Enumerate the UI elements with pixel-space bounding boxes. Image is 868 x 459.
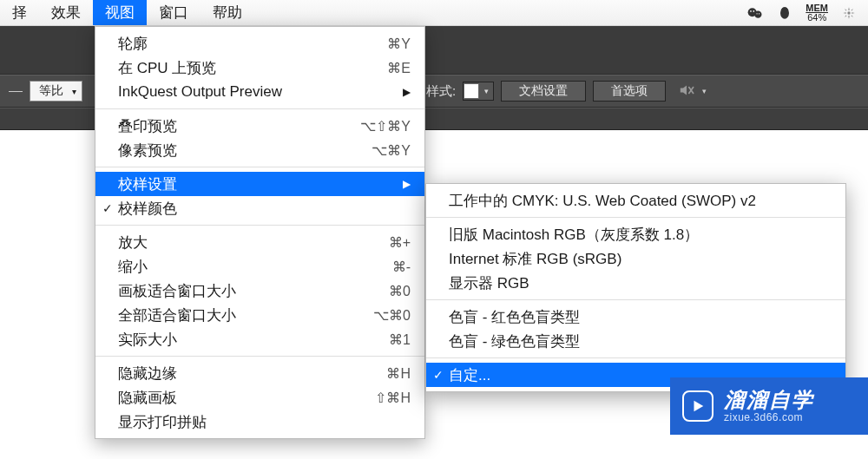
menu-shortcut: ⌘E bbox=[387, 60, 411, 76]
menu-separator bbox=[95, 167, 424, 167]
menu-item[interactable]: 叠印预览⌥⇧⌘Y bbox=[95, 114, 424, 138]
menu-separator bbox=[95, 356, 424, 357]
menu-item[interactable]: 隐藏边缘⌘H bbox=[95, 361, 424, 385]
mem-label: MEM bbox=[806, 3, 828, 13]
menubar-item-view[interactable]: 视图 bbox=[93, 0, 147, 25]
view-menu-dropdown: 轮廓⌘Y在 CPU 上预览⌘EInkQuest Output Preview▶叠… bbox=[95, 26, 425, 439]
menu-item-label: InkQuest Output Preview bbox=[118, 83, 396, 101]
preferences-button[interactable]: 首选项 bbox=[593, 81, 666, 102]
menu-separator bbox=[426, 217, 845, 218]
svg-point-5 bbox=[759, 13, 760, 14]
submenu-item[interactable]: 色盲 - 绿色色盲类型 bbox=[426, 329, 845, 353]
menu-item[interactable]: 实际大小⌘1 bbox=[95, 327, 424, 351]
menu-item-label: 放大 bbox=[118, 233, 389, 252]
menubar-item-effects[interactable]: 效果 bbox=[39, 0, 93, 25]
wechat-icon[interactable] bbox=[746, 4, 764, 22]
menu-shortcut: ⌥⇧⌘Y bbox=[360, 118, 411, 134]
svg-point-4 bbox=[757, 13, 758, 14]
menu-item-label: 校样颜色 bbox=[118, 199, 411, 219]
style-label: 样式: bbox=[426, 83, 456, 100]
submenu-item[interactable]: 显示器 RGB bbox=[426, 271, 845, 295]
menu-item[interactable]: 全部适合窗口大小⌥⌘0 bbox=[95, 303, 424, 327]
menu-item-label: 画板适合窗口大小 bbox=[118, 281, 389, 301]
menu-item[interactable]: 隐藏画板⇧⌘H bbox=[95, 385, 424, 410]
settings-icon[interactable] bbox=[840, 4, 858, 22]
menu-item[interactable]: 像素预览⌥⌘Y bbox=[95, 138, 424, 162]
menu-shortcut: ⌘- bbox=[392, 259, 411, 275]
svg-point-1 bbox=[754, 10, 761, 17]
menu-shortcut: ⌘1 bbox=[389, 331, 411, 348]
svg-point-8 bbox=[847, 11, 850, 14]
macos-menubar: 择 效果 视图 窗口 帮助 MEM 64% bbox=[0, 0, 868, 26]
menu-item-label: 校样设置 bbox=[118, 174, 396, 194]
menu-item-label: 实际大小 bbox=[118, 330, 389, 350]
submenu-item-label: Internet 标准 RGB (sRGB) bbox=[449, 249, 621, 269]
menu-item[interactable]: 缩小⌘- bbox=[95, 254, 424, 279]
menu-item-label: 显示打印拼贴 bbox=[118, 412, 411, 432]
check-icon: ✓ bbox=[102, 201, 113, 215]
menu-item[interactable]: 轮廓⌘Y bbox=[95, 31, 424, 56]
menu-item-label: 隐藏画板 bbox=[118, 388, 375, 408]
mem-percent: 64% bbox=[806, 13, 828, 23]
menu-item[interactable]: 放大⌘+ bbox=[95, 230, 424, 254]
menu-item[interactable]: InkQuest Output Preview▶ bbox=[95, 80, 424, 104]
menu-separator bbox=[426, 357, 845, 358]
menu-shortcut: ⇧⌘H bbox=[375, 390, 411, 406]
qq-icon[interactable] bbox=[776, 4, 793, 22]
menu-item-label: 缩小 bbox=[118, 257, 392, 277]
menu-shortcut: ⌥⌘0 bbox=[373, 307, 411, 324]
line-preview bbox=[9, 91, 23, 92]
submenu-item[interactable]: Internet 标准 RGB (sRGB) bbox=[426, 246, 845, 271]
menubar-item-select[interactable]: 择 bbox=[0, 0, 39, 25]
badge-url: zixue.3d66.com bbox=[724, 412, 814, 424]
menu-item-label: 像素预览 bbox=[118, 141, 372, 161]
submenu-item-label: 色盲 - 绿色色盲类型 bbox=[449, 331, 580, 351]
mute-icon[interactable] bbox=[678, 83, 695, 100]
submenu-item-label: 色盲 - 红色色盲类型 bbox=[449, 307, 580, 327]
menu-item-label: 叠印预览 bbox=[118, 116, 360, 136]
badge-title: 溜溜自学 bbox=[724, 388, 814, 412]
menu-shortcut: ⌘H bbox=[386, 365, 411, 382]
memory-indicator[interactable]: MEM 64% bbox=[806, 3, 828, 23]
menu-separator bbox=[95, 108, 424, 109]
menu-item[interactable]: ✓校样颜色 bbox=[95, 196, 424, 220]
proportion-dropdown[interactable]: 等比 ▾ bbox=[30, 81, 82, 102]
menu-shortcut: ⌘Y bbox=[387, 36, 411, 52]
watermark-badge: 溜溜自学 zixue.3d66.com bbox=[670, 377, 868, 435]
style-swatch-dropdown[interactable]: ▾ bbox=[463, 82, 494, 101]
submenu-item[interactable]: 旧版 Macintosh RGB（灰度系数 1.8） bbox=[426, 222, 845, 246]
play-icon bbox=[682, 390, 713, 422]
submenu-item-label: 自定... bbox=[449, 365, 490, 385]
svg-point-3 bbox=[753, 10, 755, 12]
document-settings-button[interactable]: 文档设置 bbox=[501, 81, 586, 102]
submenu-arrow-icon: ▶ bbox=[403, 86, 411, 98]
menu-shortcut: ⌥⌘Y bbox=[372, 142, 411, 159]
status-icons: MEM 64% bbox=[746, 3, 868, 23]
menubar-item-window[interactable]: 窗口 bbox=[147, 0, 201, 25]
menu-item[interactable]: 在 CPU 上预览⌘E bbox=[95, 56, 424, 80]
menu-item[interactable]: 显示打印拼贴 bbox=[95, 410, 424, 434]
menu-separator bbox=[95, 225, 424, 226]
proof-setup-submenu: 工作中的 CMYK: U.S. Web Coated (SWOP) v2旧版 M… bbox=[425, 183, 846, 392]
submenu-item[interactable]: 工作中的 CMYK: U.S. Web Coated (SWOP) v2 bbox=[426, 188, 845, 213]
menu-item-label: 轮廓 bbox=[118, 34, 387, 54]
submenu-item[interactable]: 色盲 - 红色色盲类型 bbox=[426, 305, 845, 329]
menu-shortcut: ⌘0 bbox=[389, 283, 411, 299]
svg-marker-11 bbox=[694, 401, 704, 412]
menu-item[interactable]: 画板适合窗口大小⌘0 bbox=[95, 279, 424, 303]
menubar-item-help[interactable]: 帮助 bbox=[201, 0, 254, 25]
menu-item[interactable]: 校样设置▶ bbox=[95, 172, 424, 196]
chevron-down-icon: ▾ bbox=[72, 87, 76, 96]
submenu-item-label: 旧版 Macintosh RGB（灰度系数 1.8） bbox=[449, 225, 699, 245]
check-icon: ✓ bbox=[433, 368, 444, 382]
submenu-item-label: 工作中的 CMYK: U.S. Web Coated (SWOP) v2 bbox=[449, 191, 756, 211]
menu-item-label: 隐藏边缘 bbox=[118, 364, 386, 384]
menu-separator bbox=[426, 299, 845, 300]
menu-item-label: 在 CPU 上预览 bbox=[118, 58, 387, 78]
menu-item-label: 全部适合窗口大小 bbox=[118, 305, 373, 325]
submenu-item-label: 显示器 RGB bbox=[449, 273, 529, 293]
svg-point-7 bbox=[782, 7, 788, 11]
menu-shortcut: ⌘+ bbox=[389, 234, 411, 251]
submenu-arrow-icon: ▶ bbox=[403, 178, 411, 190]
svg-point-2 bbox=[750, 10, 752, 12]
